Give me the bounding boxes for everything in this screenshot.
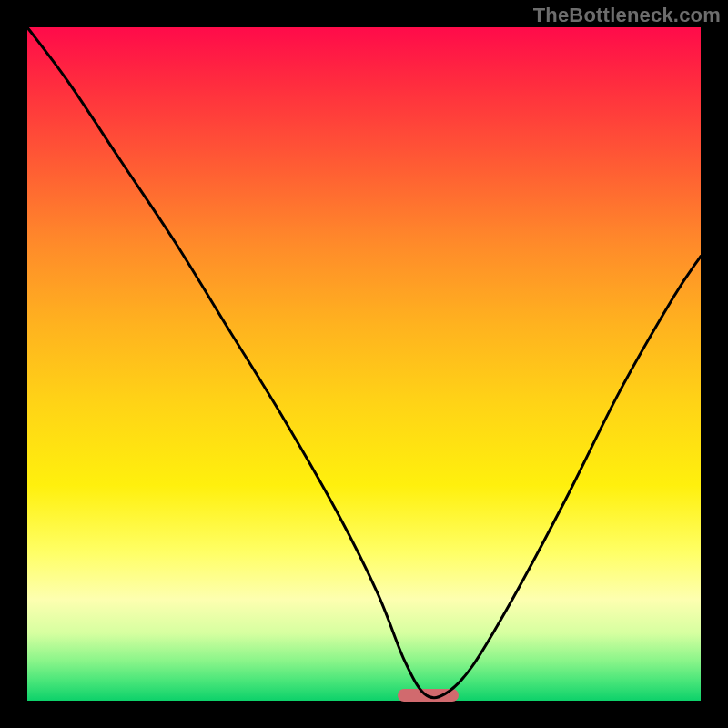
plot-area: [27, 27, 701, 701]
bottleneck-curve: [27, 27, 701, 701]
watermark-text: TheBottleneck.com: [533, 4, 721, 27]
chart-frame: TheBottleneck.com: [0, 0, 728, 728]
